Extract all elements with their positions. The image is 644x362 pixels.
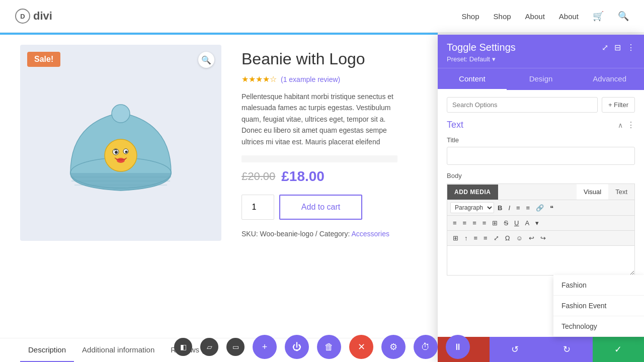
logo-text: divi [33,10,52,23]
link-button[interactable]: 🔗 [533,203,546,213]
sku-value: Woo-beanie-logo [260,230,313,238]
add-to-cart-button[interactable]: Add to cart [279,195,362,220]
redo-editor-button[interactable]: ↪ [538,233,548,243]
dropdown-item-fashion[interactable]: Fashion [553,275,644,296]
dropdown-item-technology[interactable]: Technology [553,316,644,337]
category-link[interactable]: Accessories [351,230,389,238]
preset-label: Preset: Default [447,55,490,63]
tab-content[interactable]: Content [438,68,507,90]
tab-description[interactable]: Description [20,338,74,362]
body-editor-toolbar: ADD MEDIA Visual Text [447,184,635,200]
options-search-input[interactable] [447,97,598,113]
svg-point-5 [112,105,130,123]
more-options-icon[interactable]: ⋮ [627,43,635,52]
image-zoom-icon[interactable]: 🔍 [198,52,214,68]
search-options-row: + Filter [447,97,635,113]
justify-button[interactable]: ≡ [480,218,489,228]
pause-button[interactable]: ⏸ [446,335,470,359]
reset-button[interactable]: ↺ [490,337,541,362]
align-right-button[interactable]: ≡ [470,218,479,228]
filter-button[interactable]: + Filter [602,97,635,113]
product-title: Beanie with Logo [242,50,397,68]
align-center-button[interactable]: ≡ [460,218,469,228]
product-details: Beanie with Logo ★★★★☆ (1 example review… [242,45,397,241]
product-description-extra [242,155,397,162]
add-module-button[interactable]: + [253,335,277,359]
small-toolbar-mid[interactable]: ▱ [200,338,218,356]
power-button[interactable]: ⏻ [285,335,309,359]
quantity-input[interactable] [242,195,274,220]
text-section-header: Text ∧ ⋮ [447,120,635,130]
indent-button[interactable]: ≡ [471,233,480,243]
close-button[interactable]: ✕ [349,335,373,359]
search-icon[interactable]: 🔍 [618,11,629,22]
category-dropdown: Fashion Fashion Event Technology [553,275,644,337]
settings-button[interactable]: ⚙ [381,335,406,359]
rating-review-link[interactable]: (1 example review) [281,75,340,83]
title-field-input[interactable] [447,147,635,165]
section-more-icon[interactable]: ⋮ [627,120,635,130]
new-price: £18.00 [281,168,325,185]
blockquote-button[interactable]: ❝ [547,203,556,213]
sale-badge: Sale! [27,52,60,67]
text-tab[interactable]: Text [608,184,634,200]
product-image [20,45,221,241]
old-price: £20.00 [242,170,275,183]
panel-title: Toggle Settings [447,42,516,53]
visual-tab[interactable]: Visual [577,184,608,200]
ordered-list-button[interactable]: ≡ [524,203,533,213]
svg-point-11 [117,158,125,163]
undo-button[interactable]: ↩ [526,233,537,243]
small-toolbar-left[interactable]: ◧ [174,338,192,356]
special-char-button[interactable]: Ω [503,233,513,243]
section-collapse-icon[interactable]: ∧ [618,121,623,129]
body-editor-textarea[interactable] [447,245,635,276]
svg-point-6 [105,139,137,171]
tab-advanced[interactable]: Advanced [575,68,644,90]
emoji-button[interactable]: ☺ [513,233,525,243]
unordered-list-button[interactable]: ≡ [514,203,523,213]
toggle-settings-panel: Toggle Settings ⤢ ⊟ ⋮ Preset: Default ▾ … [438,35,644,362]
nav-shop-2[interactable]: Shop [494,12,511,21]
delete-button[interactable]: 🗑 [317,335,341,359]
panel-preset[interactable]: Preset: Default ▾ [447,55,635,63]
small-toolbar-right[interactable]: ▭ [226,338,245,356]
panel-header-icons: ⤢ ⊟ ⋮ [602,43,635,52]
svg-point-10 [125,151,128,153]
text-color-button[interactable]: A [522,218,532,228]
panel-tabs: Content Design Advanced [438,68,644,90]
nav-links: Shop Shop About About 🛒 🔍 [462,11,629,22]
add-media-button[interactable]: ADD MEDIA [447,185,498,200]
table-button[interactable]: ⊞ [490,218,500,228]
strikethrough-button[interactable]: S [501,218,511,228]
align-left-button[interactable]: ≡ [450,218,459,228]
redo-button[interactable]: ↻ [541,337,593,362]
columns-icon[interactable]: ⊟ [614,43,621,52]
italic-button[interactable]: I [506,203,513,213]
expand-icon[interactable]: ⤢ [602,43,608,52]
logo[interactable]: D divi [15,9,52,24]
subscript-button[interactable]: ↑ [462,233,470,243]
top-navigation: D divi Shop Shop About About 🛒 🔍 [0,0,644,33]
product-image-container: Sale! 🔍 [20,45,221,241]
timer-button[interactable]: ⏱ [414,335,438,359]
svg-point-9 [115,151,118,154]
outdent-button[interactable]: ≡ [481,233,490,243]
tab-design[interactable]: Design [507,68,576,90]
underline-button[interactable]: U [512,218,521,228]
price-row: £20.00 £18.00 [242,168,397,185]
confirm-button[interactable]: ✓ [593,337,645,362]
tab-additional-info[interactable]: Additional information [74,338,163,362]
nav-about-2[interactable]: About [559,12,579,21]
fullscreen-button[interactable]: ⤢ [491,233,502,243]
dropdown-item-fashion-event[interactable]: Fashion Event [553,296,644,316]
cart-icon[interactable]: 🛒 [593,11,604,22]
paragraph-select[interactable]: Paragraph Heading 1 Heading 2 [450,202,494,213]
paste-button[interactable]: ⊞ [450,233,461,243]
panel-header: Toggle Settings ⤢ ⊟ ⋮ Preset: Default ▾ [438,35,644,68]
nav-about-1[interactable]: About [525,12,545,21]
format-row-1: Paragraph Heading 1 Heading 2 B I ≡ ≡ 🔗 … [447,200,635,215]
nav-shop-1[interactable]: Shop [462,12,479,21]
color-dropdown-button[interactable]: ▾ [533,218,541,228]
bold-button[interactable]: B [495,203,505,213]
